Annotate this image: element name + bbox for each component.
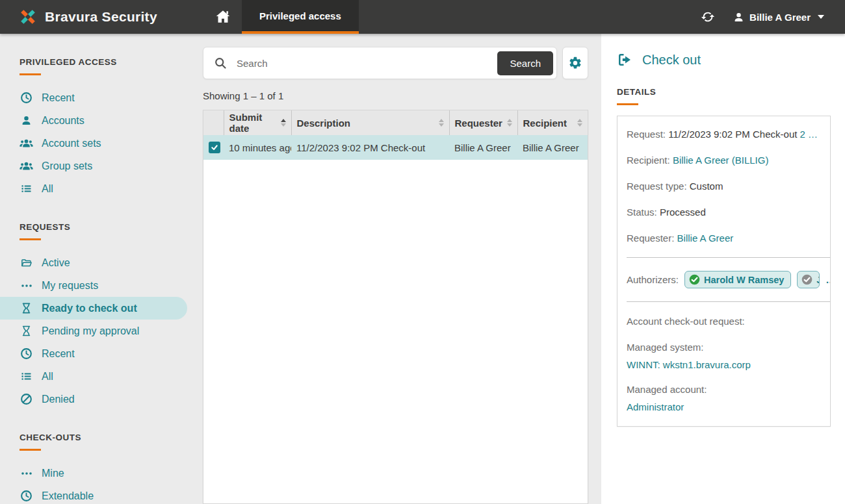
bravura-logo-icon bbox=[18, 7, 38, 27]
users-icon bbox=[20, 137, 33, 149]
section-privileged-access: PRIVILEGED ACCESS Recent Accounts Accoun… bbox=[20, 57, 203, 200]
field-label: Recipient: bbox=[627, 155, 670, 166]
top-navbar: Bravura Security Privileged access Billi… bbox=[0, 0, 845, 34]
details-underline bbox=[617, 103, 638, 105]
field-request-type: Request type: Custom bbox=[627, 180, 830, 192]
refresh-icon[interactable] bbox=[701, 10, 715, 24]
column-label: Requester bbox=[455, 118, 502, 129]
divider bbox=[627, 257, 830, 258]
search-settings-button[interactable] bbox=[562, 47, 588, 79]
sign-out-icon bbox=[617, 52, 632, 68]
recipient-link[interactable]: Billie A Greer (BILLIG) bbox=[673, 155, 769, 166]
section-check-outs: CHECK-OUTS Mine Extendable bbox=[20, 433, 203, 504]
section-title: REQUESTS bbox=[20, 222, 203, 232]
cell-recipient: Billie A Greer bbox=[517, 135, 588, 160]
sidebar-item-all-requests[interactable]: All bbox=[20, 365, 203, 388]
search-button[interactable]: Search bbox=[497, 51, 553, 75]
ellipsis-icon bbox=[20, 283, 33, 288]
sidebar-item-extendable[interactable]: Extendable bbox=[20, 485, 203, 504]
sidebar-item-label: Mine bbox=[42, 468, 64, 479]
gear-icon bbox=[568, 56, 582, 70]
managed-system-link[interactable]: WINNT: wkstn1.bravura.corp bbox=[627, 359, 751, 370]
sidebar-item-ready-to-check-out[interactable]: Ready to check out bbox=[0, 297, 187, 320]
navbar-right: Billie A Greer bbox=[701, 0, 845, 34]
column-label: Recipient bbox=[523, 118, 567, 129]
sidebar-item-active[interactable]: Active bbox=[20, 251, 203, 274]
brand[interactable]: Bravura Security bbox=[0, 0, 174, 34]
sidebar-item-label: Ready to check out bbox=[42, 303, 137, 314]
home-tab[interactable] bbox=[204, 0, 242, 34]
clock-icon bbox=[20, 490, 33, 502]
sidebar-item-label: My requests bbox=[42, 280, 98, 292]
results-table-card: Submit date Description Requester R bbox=[203, 110, 588, 504]
details-section-header: DETAILS bbox=[617, 87, 831, 97]
field-label: Authorizers: bbox=[627, 274, 679, 285]
sidebar: PRIVILEGED ACCESS Recent Accounts Accoun… bbox=[0, 34, 203, 504]
field-label: Request: bbox=[627, 129, 666, 140]
checkout-request-label: Account check-out request: bbox=[627, 315, 830, 327]
cell-submit-date: 10 minutes ago bbox=[224, 135, 291, 160]
result-count: Showing 1 – 1 of 1 bbox=[203, 90, 588, 101]
check-out-action[interactable]: Check out bbox=[617, 52, 831, 68]
tab-label: Privileged access bbox=[259, 10, 341, 21]
sort-icon bbox=[507, 119, 512, 127]
user-name: Billie A Greer bbox=[749, 12, 811, 23]
tab-privileged-access[interactable]: Privileged access bbox=[242, 0, 359, 34]
section-title: CHECK-OUTS bbox=[20, 433, 203, 442]
row-checkbox[interactable] bbox=[209, 142, 220, 153]
ellipsis-icon bbox=[20, 471, 33, 476]
authorizer-name: Jo bbox=[816, 275, 820, 285]
user-menu[interactable]: Billie A Greer bbox=[733, 12, 824, 23]
field-recipient: Recipient: Billie A Greer (BILLIG) bbox=[627, 154, 830, 166]
sidebar-item-all[interactable]: All bbox=[20, 177, 203, 200]
sidebar-item-label: Accounts bbox=[42, 115, 84, 127]
results-table: Submit date Description Requester R bbox=[203, 110, 588, 160]
table-row[interactable]: 10 minutes ago 11/2/2023 9:02 PM Check-o… bbox=[203, 135, 588, 160]
search-input[interactable] bbox=[235, 57, 497, 69]
sort-icon bbox=[281, 119, 286, 127]
sidebar-item-label: Account sets bbox=[42, 138, 101, 149]
authorizers-row: Authorizers: Harold W Ramsey Jo … bbox=[627, 271, 830, 288]
sidebar-item-label: Active bbox=[42, 257, 70, 269]
home-icon bbox=[214, 8, 231, 25]
main-content: Search Showing 1 – 1 of 1 Submit date bbox=[203, 34, 588, 504]
request-link[interactable]: 2 … bbox=[800, 129, 818, 140]
list-icon bbox=[20, 371, 33, 382]
column-header-requester[interactable]: Requester bbox=[449, 110, 517, 135]
sort-icon bbox=[439, 119, 444, 127]
panel-title-label: Check out bbox=[642, 53, 701, 68]
requester-link[interactable]: Billie A Greer bbox=[677, 233, 734, 244]
column-header-recipient[interactable]: Recipient bbox=[517, 110, 588, 135]
check-circle-icon bbox=[689, 274, 700, 285]
sidebar-item-label: Group sets bbox=[42, 160, 92, 172]
sidebar-item-label: Recent bbox=[42, 92, 75, 104]
column-header-description[interactable]: Description bbox=[291, 110, 449, 135]
authorizer-badge[interactable]: Harold W Ramsey bbox=[684, 271, 791, 288]
user-icon bbox=[20, 115, 33, 126]
caret-down-icon bbox=[818, 15, 824, 19]
section-underline bbox=[20, 73, 41, 75]
sidebar-item-label: Denied bbox=[42, 394, 75, 405]
users-icon bbox=[20, 160, 33, 172]
field-label: Status: bbox=[627, 207, 657, 218]
sidebar-item-recent-requests[interactable]: Recent bbox=[20, 342, 203, 365]
sidebar-item-my-requests[interactable]: My requests bbox=[20, 274, 203, 297]
sidebar-item-group-sets[interactable]: Group sets bbox=[20, 155, 203, 177]
sidebar-item-accounts[interactable]: Accounts bbox=[20, 109, 203, 132]
check-icon bbox=[211, 144, 218, 151]
sidebar-item-mine[interactable]: Mine bbox=[20, 462, 203, 485]
authorizer-badge[interactable]: Jo bbox=[797, 271, 820, 288]
field-value: Custom bbox=[690, 181, 723, 192]
managed-account-link[interactable]: Administrator bbox=[627, 401, 684, 412]
select-column-header bbox=[203, 110, 224, 135]
column-header-submit-date[interactable]: Submit date bbox=[224, 110, 291, 135]
sidebar-item-pending-my-approval[interactable]: Pending my approval bbox=[20, 320, 203, 342]
sidebar-item-denied[interactable]: Denied bbox=[20, 388, 203, 410]
hourglass-icon bbox=[20, 302, 33, 314]
sidebar-item-account-sets[interactable]: Account sets bbox=[20, 132, 203, 155]
sidebar-item-recent[interactable]: Recent bbox=[20, 86, 203, 109]
check-circle-icon bbox=[801, 274, 812, 285]
section-requests: REQUESTS Active My requests Ready to che… bbox=[20, 222, 203, 410]
search-bar: Search bbox=[203, 47, 557, 79]
managed-account-label: Managed account: bbox=[627, 383, 830, 396]
